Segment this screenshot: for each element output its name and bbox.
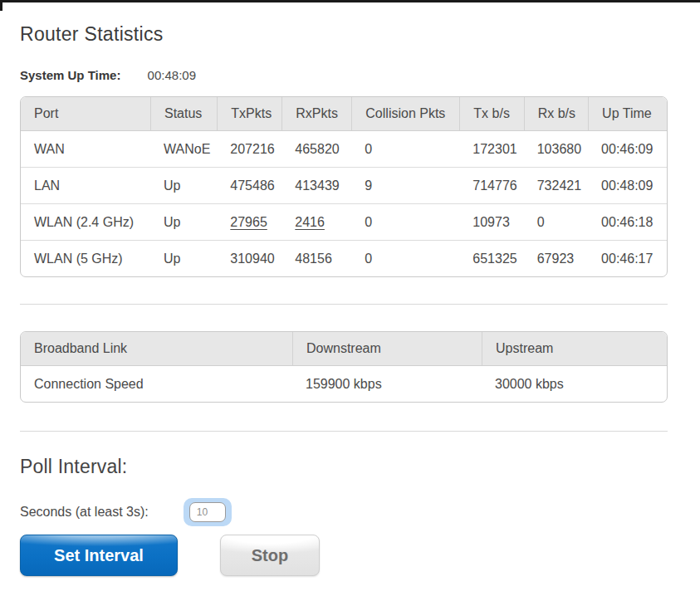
poll-seconds-row: Seconds (at least 3s): [20, 498, 668, 526]
cell-rx-bs: 0 [524, 203, 588, 240]
poll-interval-input-glow [184, 498, 232, 526]
cell-rxpkts-underlined: 2416 [281, 203, 351, 240]
cell-collision-pkts: 9 [351, 167, 459, 203]
cell-rxpkts: 465820 [281, 131, 351, 167]
cell-port: WLAN (2.4 GHz) [21, 203, 150, 240]
header-collision-pkts: Collision Pkts [351, 97, 459, 131]
poll-buttons-row: Set Interval Stop [20, 535, 668, 576]
cell-status: Up [150, 240, 217, 276]
header-downstream: Downstream [292, 332, 482, 366]
cell-txpkts: 475486 [217, 167, 281, 203]
table-row-wan: WAN WANoE 207216 465820 0 172301 103680 … [21, 131, 667, 167]
broadband-link-table: Broadband Link Downstream Upstream Conne… [20, 331, 668, 403]
header-broadband-link: Broadband Link [21, 332, 292, 366]
cell-tx-bs: 172301 [459, 131, 523, 167]
header-up-time: Up Time [588, 97, 667, 131]
window-border-fragment [0, 2, 2, 11]
header-rxpkts: RxPkts [281, 97, 351, 131]
cell-port: WAN [21, 131, 150, 167]
cell-rxpkts: 413439 [281, 167, 351, 203]
cell-up-time: 00:46:17 [588, 240, 667, 276]
cell-tx-bs: 10973 [459, 203, 523, 240]
header-rx-bs: Rx b/s [524, 97, 588, 131]
header-port: Port [21, 97, 150, 131]
header-upstream: Upstream [482, 332, 667, 366]
cell-up-time: 00:48:09 [588, 167, 667, 203]
page-title: Router Statistics [20, 22, 668, 46]
cell-tx-bs: 714776 [459, 167, 523, 203]
header-status: Status [150, 97, 217, 131]
system-uptime-row: System Up Time: 00:48:09 [20, 68, 668, 83]
divider [20, 304, 668, 305]
table-row-wlan-24ghz: WLAN (2.4 GHz) Up 27965 2416 0 10973 0 0… [21, 203, 667, 240]
cell-port: LAN [21, 167, 150, 203]
poll-interval-input[interactable] [189, 502, 226, 522]
cell-rx-bs: 103680 [524, 131, 588, 167]
content-area: Router Statistics System Up Time: 00:48:… [0, 22, 700, 576]
cell-status: WANoE [150, 131, 217, 167]
system-uptime-label: System Up Time: [20, 68, 120, 82]
cell-collision-pkts: 0 [351, 240, 459, 276]
cell-txpkts: 207216 [217, 131, 281, 167]
port-table-header-row: Port Status TxPkts RxPkts Collision Pkts… [21, 97, 667, 131]
cell-collision-pkts: 0 [351, 131, 459, 167]
port-statistics-table: Port Status TxPkts RxPkts Collision Pkts… [20, 96, 668, 277]
cell-txpkts: 310940 [217, 240, 281, 276]
seconds-label: Seconds (at least 3s): [20, 505, 149, 520]
divider [20, 431, 668, 432]
broadband-table-header-row: Broadband Link Downstream Upstream [21, 332, 667, 366]
router-stats-page: { "page": { "title": "Router Statistics"… [0, 0, 700, 591]
cell-tx-bs: 651325 [459, 240, 523, 276]
cell-status: Up [150, 167, 217, 203]
cell-txpkts-underlined: 27965 [217, 203, 281, 240]
table-row-lan: LAN Up 475486 413439 9 714776 732421 00:… [21, 167, 667, 203]
cell-downstream-speed: 159900 kbps [292, 366, 482, 402]
cell-rx-bs: 732421 [524, 167, 588, 203]
cell-up-time: 00:46:09 [588, 131, 667, 167]
poll-interval-heading: Poll Interval: [20, 455, 668, 478]
cell-connection-speed-label: Connection Speed [21, 366, 292, 402]
header-tx-bs: Tx b/s [459, 97, 523, 131]
stop-button[interactable]: Stop [220, 535, 320, 576]
cell-upstream-speed: 30000 kbps [482, 366, 667, 402]
table-row-connection-speed: Connection Speed 159900 kbps 30000 kbps [21, 366, 667, 402]
cell-collision-pkts: 0 [351, 203, 459, 240]
cell-port: WLAN (5 GHz) [21, 240, 150, 276]
cell-up-time: 00:46:18 [588, 203, 667, 240]
cell-rx-bs: 67923 [524, 240, 588, 276]
header-txpkts: TxPkts [217, 97, 281, 131]
cell-status: Up [150, 203, 217, 240]
cell-rxpkts: 48156 [281, 240, 351, 276]
table-row-wlan-5ghz: WLAN (5 GHz) Up 310940 48156 0 651325 67… [21, 240, 667, 276]
set-interval-button[interactable]: Set Interval [20, 535, 178, 576]
system-uptime-value: 00:48:09 [148, 68, 196, 82]
